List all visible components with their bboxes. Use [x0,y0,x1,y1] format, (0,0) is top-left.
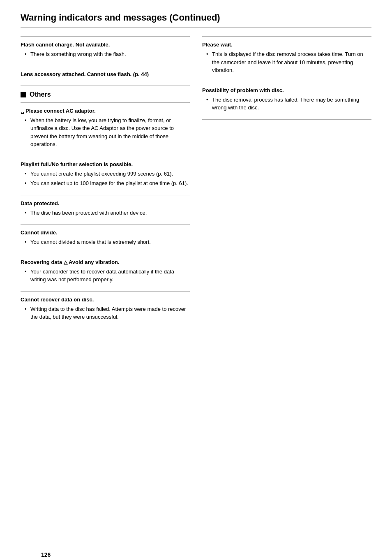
section-cannot-recover: Cannot recover data on disc. Writing dat… [21,291,190,329]
section-bottom-border [202,119,371,120]
section-possibility-problem: Possibility of problem with disc. The di… [202,82,371,119]
bullet-list-possibility: The disc removal process has failed. The… [202,96,371,112]
ac-icon: ␣ [21,108,24,114]
bullet-list-cannot-recover: Writing data to the disc has failed. Att… [21,305,190,321]
bullet-list-cannot-divide: You cannot divided a movie that is extre… [21,238,190,246]
bullet-list-recovering: Your camcorder tries to recover data aut… [21,268,190,284]
page-number: 126 [41,551,51,558]
bullet-list-please-wait: This is displayed if the disc removal pr… [202,50,371,74]
others-heading: Others [21,91,190,98]
section-ac-adaptor: ␣ Please connect AC adaptor. When the ba… [21,102,190,156]
section-lens-accessory: Lens accessory attached. Cannot use flas… [21,66,190,86]
section-title-playlist: Playlist full./No further selection is p… [21,161,190,167]
list-item: You cannot create the playlist exceeding… [25,170,190,178]
section-title-please-wait: Please wait. [202,42,371,48]
list-item: The disc removal process has failed. The… [206,96,371,112]
left-column: Flash cannot charge. Not available. Ther… [21,36,190,329]
bullet-list-data-protected: The disc has been protected with another… [21,209,190,217]
warning-triangle-icon: △ [64,259,67,265]
section-title-possibility: Possibility of problem with disc. [202,87,371,93]
others-label: Others [30,91,51,98]
section-title-cannot-divide: Cannot divide. [21,229,190,236]
section-title-ac: ␣ Please connect AC adaptor. [21,108,190,114]
list-item: This is displayed if the disc removal pr… [206,50,371,74]
bullet-list-flash: There is something wrong with the flash. [21,50,190,58]
bullet-list-ac: When the battery is low, you are trying … [21,116,190,148]
page-title: Warning indicators and messages (Continu… [21,12,371,28]
section-flash-cannot-charge: Flash cannot charge. Not available. Ther… [21,36,190,66]
list-item: There is something wrong with the flash. [25,50,190,58]
black-square-icon [21,92,26,97]
section-cannot-divide: Cannot divide. You cannot divided a movi… [21,224,190,254]
section-data-protected: Data protected. The disc has been protec… [21,195,190,225]
bullet-list-playlist: You cannot create the playlist exceeding… [21,170,190,188]
section-title-cannot-recover: Cannot recover data on disc. [21,296,190,303]
list-item: You cannot divided a movie that is extre… [25,238,190,246]
section-playlist-full: Playlist full./No further selection is p… [21,156,190,195]
list-item: The disc has been protected with another… [25,209,190,217]
section-others: Others [21,86,190,102]
right-column: Please wait. This is displayed if the di… [202,36,371,329]
list-item: Writing data to the disc has failed. Att… [25,305,190,321]
section-title-flash: Flash cannot charge. Not available. [21,42,190,48]
section-title-lens: Lens accessory attached. Cannot use flas… [21,71,190,77]
section-title-recovering: Recovering data △ Avoid any vibration. [21,259,190,265]
section-please-wait: Please wait. This is displayed if the di… [202,36,371,82]
list-item: Your camcorder tries to recover data aut… [25,268,190,284]
section-recovering-data: Recovering data △ Avoid any vibration. Y… [21,254,190,291]
list-item: When the battery is low, you are trying … [25,116,190,148]
section-title-data-protected: Data protected. [21,200,190,206]
list-item: You can select up to 100 images for the … [25,179,190,188]
